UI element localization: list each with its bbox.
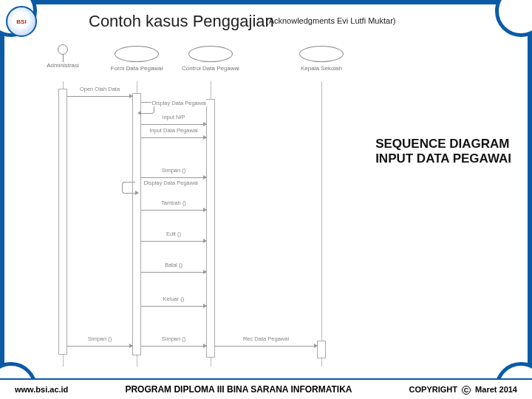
msg-label: Input Data Pegawai bbox=[149, 127, 198, 134]
footer-bar: www.bsi.ac.id PROGRAM DIPLOMA III BINA S… bbox=[0, 378, 532, 399]
lane-control-data-pegawai: Control Data Pegawai bbox=[181, 41, 240, 72]
msg-label: Display Data Pegawai bbox=[151, 100, 207, 106]
page-title: Contoh kasus Penggajian bbox=[89, 12, 274, 31]
lane-label: Administrasi bbox=[33, 62, 92, 69]
msg-edit: Edit () bbox=[141, 232, 206, 242]
copyright-icon: C bbox=[462, 386, 471, 395]
copyright-date: Maret 2014 bbox=[475, 385, 517, 394]
msg-label: Batal () bbox=[164, 262, 183, 268]
msg-rec-data-pegawai: Rec Data Pegawai bbox=[215, 337, 317, 347]
activation-box bbox=[132, 93, 141, 355]
msg-label: Tambah () bbox=[160, 200, 187, 206]
msg-simpan-1: Simpan () bbox=[141, 168, 206, 179]
corner-tr bbox=[495, 0, 532, 37]
sequence-diagram: Administrasi Form Data Pegawai Control D… bbox=[41, 41, 344, 366]
msg-label: Input NIP bbox=[161, 114, 185, 120]
footer-url: www.bsi.ac.id bbox=[15, 385, 68, 394]
msg-simpan-admin: Simpan () bbox=[67, 337, 132, 347]
msg-display-data-pegawai-1: Display Data Pegawai bbox=[141, 102, 154, 114]
msg-label: Simpan () bbox=[87, 335, 113, 342]
activation-box bbox=[317, 341, 326, 358]
lane-administrasi: Administrasi bbox=[33, 41, 92, 69]
lifeline bbox=[321, 81, 322, 366]
msg-input-data-pegawai: Input Data Pegawai bbox=[141, 129, 206, 139]
activation-box bbox=[58, 89, 67, 355]
footer-program: PROGRAM DIPLOMA III BINA SARANA INFORMAT… bbox=[125, 384, 352, 395]
bsi-logo-icon: BSI bbox=[6, 6, 37, 37]
msg-input-nip: Input NIP bbox=[141, 115, 206, 126]
msg-tambah: Tambah () bbox=[141, 201, 206, 211]
lane-label: Control Data Pegawai bbox=[181, 65, 240, 72]
msg-display-data-pegawai-2: Display Data Pegawai bbox=[122, 182, 135, 194]
lane-label: Kepala Sekolah bbox=[292, 65, 351, 72]
msg-open-olah-data: Open Olah Data bbox=[67, 87, 132, 98]
msg-label: Rec Data Pegawai bbox=[242, 335, 290, 342]
msg-label: Open Olah Data bbox=[79, 86, 120, 92]
msg-simpan-form: Simpan () bbox=[141, 337, 206, 347]
caption-line2: INPUT DATA PEGAWAI bbox=[375, 151, 511, 166]
msg-label: Keluar () bbox=[163, 296, 185, 302]
lane-form-data-pegawai: Form Data Pegawai bbox=[107, 41, 166, 72]
acknowledgment-text: (Acknowledgments Evi Lutfi Muktar) bbox=[266, 16, 395, 25]
msg-label: Edit () bbox=[166, 231, 182, 237]
msg-label: Simpan () bbox=[161, 167, 187, 174]
lane-kepala-sekolah: Kepala Sekolah bbox=[292, 41, 351, 72]
lane-label: Form Data Pegawai bbox=[107, 65, 166, 72]
msg-label: Display Data Pegawai bbox=[143, 180, 199, 186]
footer-copyright: COPYRIGHT C Maret 2014 bbox=[409, 385, 517, 395]
msg-label: Simpan () bbox=[161, 335, 187, 342]
diagram-caption: SEQUENCE DIAGRAM INPUT DATA PEGAWAI bbox=[375, 137, 511, 167]
msg-batal: Batal () bbox=[141, 263, 206, 273]
activation-box bbox=[206, 99, 215, 358]
caption-line1: SEQUENCE DIAGRAM bbox=[375, 137, 511, 151]
msg-keluar: Keluar () bbox=[141, 297, 206, 307]
copyright-label: COPYRIGHT bbox=[409, 385, 457, 394]
